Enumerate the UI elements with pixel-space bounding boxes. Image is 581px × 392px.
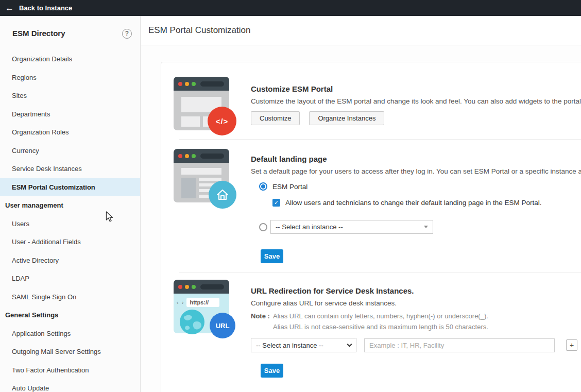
url-redirection-description: Configure alias URL for service desk ins… (251, 299, 581, 307)
sidebar-item-sites[interactable]: Sites (0, 87, 140, 105)
page-header: ESM Portal Customization (141, 16, 581, 45)
organize-instances-button[interactable]: Organize Instances (309, 111, 384, 125)
sidebar-item-user-additional-fields[interactable]: User - Additional Fields (0, 233, 140, 251)
sidebar-group-general-settings: General Settings (0, 306, 140, 325)
esm-portal-radio-row: ESM Portal (259, 182, 581, 191)
instance-radio-row: -- Select an instance -- (259, 220, 581, 234)
sidebar-item-service-desk-instances[interactable]: Service Desk Instances (0, 160, 140, 178)
sidebar: ESM Directory ? Organization Details Reg… (0, 16, 141, 392)
customize-description: Customize the layout of the ESM portal a… (251, 97, 581, 105)
section-customize-esm-portal: </> Customize ESM Portal Customize the l… (174, 77, 581, 130)
chevron-down-icon (347, 342, 352, 347)
alias-url-input[interactable] (364, 338, 555, 352)
sidebar-header: ESM Directory ? (0, 16, 140, 39)
back-arrow-icon: ← (5, 4, 14, 12)
globe-icon (179, 309, 206, 337)
note-label: Note : (251, 312, 273, 320)
sidebar-item-currency[interactable]: Currency (0, 142, 140, 160)
allow-change-checkbox-row: ✓ Allow users and technicians to change … (272, 199, 581, 207)
note-line-1: Note : Alias URL can contain only letter… (251, 312, 581, 320)
customize-portal-icon: </> (174, 77, 229, 130)
settings-card: </> Customize ESM Portal Customize the l… (161, 62, 581, 392)
customize-heading: Customize ESM Portal (251, 84, 581, 93)
add-alias-button[interactable]: + (566, 339, 577, 351)
sidebar-item-regions[interactable]: Regions (0, 69, 140, 87)
alias-controls-row: -- Select an instance -- + (251, 338, 581, 352)
topbar: ← Back to Instance (0, 0, 581, 16)
esm-portal-radio[interactable] (259, 182, 267, 191)
main-content: ESM Portal Customization (141, 16, 581, 392)
chevron-down-icon (424, 226, 428, 228)
section-url-redirection: ‹ › https:// (174, 280, 581, 378)
customize-button[interactable]: Customize (251, 111, 300, 125)
sidebar-item-departments[interactable]: Departments (0, 105, 140, 124)
landing-description: Set a default page for your users to acc… (251, 167, 581, 175)
instance-dropdown-value: -- Select an instance -- (276, 223, 424, 231)
code-badge-icon: </> (208, 107, 236, 135)
sidebar-item-ldap[interactable]: LDAP (0, 269, 140, 288)
sidebar-item-auto-update[interactable]: Auto Update (0, 379, 140, 392)
back-to-instance-link[interactable]: Back to Instance (19, 4, 72, 12)
esm-directory-page: ← Back to Instance ESM Directory ? Organ… (0, 0, 581, 392)
home-badge-icon (209, 181, 236, 209)
sidebar-title: ESM Directory (12, 28, 65, 39)
redirect-instance-select[interactable]: -- Select an instance -- (251, 338, 356, 352)
esm-portal-radio-label: ESM Portal (272, 183, 307, 191)
sidebar-group-user-management: User management (0, 196, 140, 215)
sidebar-item-saml-single-sign-on[interactable]: SAML Single Sign On (0, 288, 140, 306)
sidebar-item-outgoing-mail-server-settings[interactable]: Outgoing Mail Server Settings (0, 343, 140, 361)
section-divider (179, 272, 581, 273)
url-badge-icon: URL (210, 313, 235, 338)
sidebar-item-two-factor-authentication[interactable]: Two Factor Authentication (0, 361, 140, 380)
page-title: ESM Portal Customization (148, 25, 250, 36)
section-divider (179, 139, 581, 140)
section-default-landing-page: Default landing page Set a default page … (174, 149, 581, 263)
url-redirection-save-button[interactable]: Save (261, 364, 283, 378)
sidebar-item-organization-roles[interactable]: Organization Roles (0, 123, 140, 142)
instance-dropdown[interactable]: -- Select an instance -- (270, 220, 433, 234)
sidebar-item-active-directory[interactable]: Active Directory (0, 251, 140, 270)
browser-nav-arrows-icon: ‹ › (177, 300, 184, 305)
allow-change-checkbox[interactable]: ✓ (272, 199, 280, 207)
url-redirection-heading: URL Redirection for Service Desk Instanc… (251, 286, 581, 295)
sidebar-item-organization-details[interactable]: Organization Details (0, 50, 140, 69)
note-line-2: Alias URL is not case-sensitive and its … (251, 323, 581, 331)
sidebar-item-application-settings[interactable]: Application Settings (0, 325, 140, 343)
landing-heading: Default landing page (251, 155, 581, 163)
sidebar-item-users[interactable]: Users (0, 215, 140, 233)
url-redirection-icon: ‹ › https:// (174, 280, 229, 333)
allow-change-checkbox-label: Allow users and technicians to change th… (285, 199, 542, 207)
help-icon[interactable]: ? (122, 29, 132, 39)
address-bar: https:// (186, 298, 219, 307)
landing-save-button[interactable]: Save (261, 249, 283, 263)
sidebar-item-esm-portal-customization[interactable]: ESM Portal Customization (0, 178, 140, 197)
instance-radio[interactable] (259, 223, 267, 231)
landing-page-icon (174, 149, 229, 202)
redirect-instance-select-value: -- Select an instance -- (256, 342, 348, 349)
